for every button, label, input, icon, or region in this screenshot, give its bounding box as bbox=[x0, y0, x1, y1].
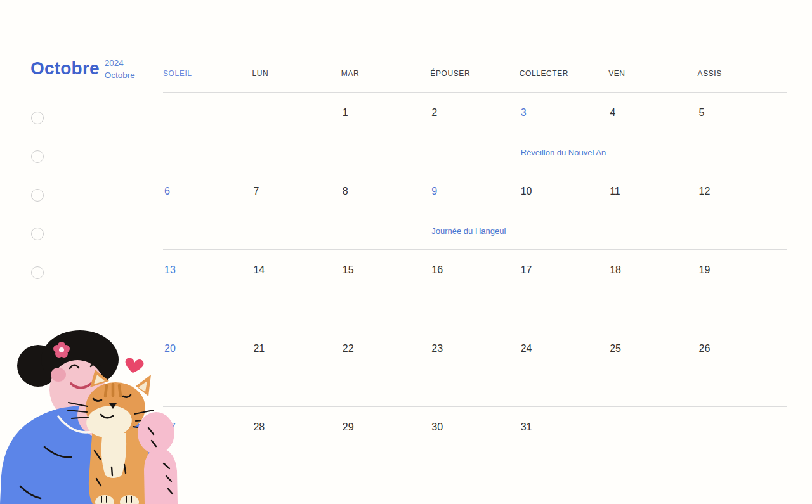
todo-circle[interactable] bbox=[31, 150, 44, 163]
day-number: 16 bbox=[431, 264, 516, 276]
day-number: 26 bbox=[699, 343, 784, 354]
calendar-day-cell[interactable]: 7 bbox=[252, 171, 341, 249]
calendar-body: 123Réveillon du Nouvel An456789Journée d… bbox=[163, 93, 787, 504]
calendar-day-cell[interactable]: 15 bbox=[341, 250, 430, 328]
calendar-day-cell[interactable]: 2 bbox=[430, 93, 519, 171]
todo-circle[interactable] bbox=[31, 112, 44, 124]
weekday-header: LUN bbox=[252, 63, 341, 92]
calendar-day-cell[interactable]: 5 bbox=[698, 93, 787, 171]
title-subtext: 2024 Octobre bbox=[105, 57, 135, 82]
calendar-day-cell[interactable]: 16 bbox=[430, 250, 519, 328]
calendar-day-cell[interactable]: 29 bbox=[341, 407, 430, 504]
calendar-day-cell[interactable]: 14 bbox=[252, 250, 341, 328]
calendar-empty-cell bbox=[608, 407, 697, 504]
day-number: 8 bbox=[343, 186, 428, 197]
calendar-day-cell[interactable]: 30 bbox=[430, 407, 519, 504]
day-number: 14 bbox=[253, 264, 338, 276]
calendar-day-cell[interactable]: 12 bbox=[698, 171, 787, 249]
day-number: 19 bbox=[699, 264, 784, 276]
calendar-day-cell[interactable]: 17 bbox=[520, 250, 608, 328]
day-number: 12 bbox=[699, 186, 784, 197]
day-number: 7 bbox=[253, 186, 338, 197]
calendar-day-cell[interactable]: 18 bbox=[608, 250, 697, 328]
calendar-day-cell[interactable]: 8 bbox=[341, 171, 430, 249]
calendar-day-cell[interactable]: 25 bbox=[608, 328, 697, 406]
day-number: 25 bbox=[610, 343, 695, 354]
day-number: 21 bbox=[253, 343, 338, 354]
day-number: 28 bbox=[253, 422, 338, 433]
day-number: 30 bbox=[431, 422, 516, 433]
day-number: 5 bbox=[699, 107, 784, 119]
month-title: Octobre bbox=[30, 59, 100, 79]
weekday-header-row: SOLEILLUNMARÉPOUSERCOLLECTERVENASSIS bbox=[163, 63, 787, 93]
calendar-grid: SOLEILLUNMARÉPOUSERCOLLECTERVENASSIS 123… bbox=[163, 63, 787, 504]
calendar-day-cell[interactable]: 3Réveillon du Nouvel An bbox=[520, 93, 608, 171]
day-number: 13 bbox=[164, 264, 249, 276]
day-number: 15 bbox=[343, 264, 428, 276]
calendar-day-cell[interactable]: 21 bbox=[252, 328, 341, 406]
calendar-day-cell[interactable]: 4 bbox=[608, 93, 697, 171]
calendar-day-cell[interactable]: 31 bbox=[520, 407, 608, 504]
calendar-week-row: 2728293031 bbox=[163, 407, 787, 504]
day-number: 2 bbox=[431, 107, 516, 119]
calendar-day-cell[interactable]: 6 bbox=[163, 171, 252, 249]
day-number: 18 bbox=[610, 264, 695, 276]
calendar-day-cell[interactable]: 11 bbox=[608, 171, 697, 249]
day-number: 4 bbox=[610, 107, 695, 119]
calendar-empty-cell bbox=[163, 93, 252, 171]
day-number: 29 bbox=[343, 422, 428, 433]
blush bbox=[51, 368, 66, 382]
calendar-day-cell[interactable]: 13 bbox=[163, 250, 252, 328]
day-number: 1 bbox=[343, 107, 428, 119]
calendar-week-row: 123Réveillon du Nouvel An45 bbox=[163, 93, 787, 171]
todo-circle[interactable] bbox=[31, 189, 44, 202]
calendar-empty-cell bbox=[698, 407, 787, 504]
day-number: 3 bbox=[521, 107, 606, 119]
day-number: 10 bbox=[521, 186, 606, 197]
todo-circle[interactable] bbox=[31, 266, 44, 279]
year-label: 2024 bbox=[105, 58, 135, 70]
girl-hugging-cat-illustration bbox=[0, 320, 197, 504]
calendar-day-cell[interactable]: 26 bbox=[698, 328, 787, 406]
day-number: 17 bbox=[521, 264, 606, 276]
calendar-day-cell[interactable]: 23 bbox=[430, 328, 519, 406]
page-title: Octobre 2024 Octobre bbox=[30, 57, 135, 82]
calendar-week-row: 20212223242526 bbox=[163, 328, 787, 407]
weekday-header: VEN bbox=[608, 63, 697, 92]
calendar-week-row: 13141516171819 bbox=[163, 250, 787, 328]
calendar-day-cell[interactable]: 19 bbox=[698, 250, 787, 328]
day-number: 31 bbox=[521, 422, 606, 433]
day-number: 23 bbox=[431, 343, 516, 354]
day-number: 9 bbox=[431, 186, 516, 197]
weekday-header: MAR bbox=[341, 63, 430, 92]
event-label[interactable]: Journée du Hangeul bbox=[431, 226, 506, 236]
calendar-empty-cell bbox=[252, 93, 341, 171]
todo-circle-list bbox=[31, 112, 44, 279]
calendar-day-cell[interactable]: 9Journée du Hangeul bbox=[430, 171, 519, 249]
day-number: 11 bbox=[610, 186, 695, 197]
day-number: 6 bbox=[164, 186, 249, 197]
day-number: 22 bbox=[343, 343, 428, 354]
calendar-day-cell[interactable]: 22 bbox=[341, 328, 430, 406]
day-number: 24 bbox=[521, 343, 606, 354]
weekday-header: SOLEIL bbox=[163, 63, 252, 92]
event-label[interactable]: Réveillon du Nouvel An bbox=[521, 148, 606, 157]
calendar-week-row: 6789Journée du Hangeul101112 bbox=[163, 171, 787, 250]
calendar-day-cell[interactable]: 28 bbox=[252, 407, 341, 504]
month-sub-label: Octobre bbox=[105, 70, 135, 82]
heart-icon bbox=[124, 357, 145, 375]
calendar-day-cell[interactable]: 1 bbox=[341, 93, 430, 171]
weekday-header: ASSIS bbox=[698, 63, 787, 92]
calendar-page: Octobre 2024 Octobre SOLEILLUNMARÉPOUSER… bbox=[0, 0, 812, 504]
calendar-day-cell[interactable]: 10 bbox=[520, 171, 608, 249]
weekday-header: ÉPOUSER bbox=[430, 63, 519, 92]
todo-circle[interactable] bbox=[31, 228, 44, 240]
weekday-header: COLLECTER bbox=[520, 63, 608, 92]
calendar-day-cell[interactable]: 24 bbox=[520, 328, 608, 406]
